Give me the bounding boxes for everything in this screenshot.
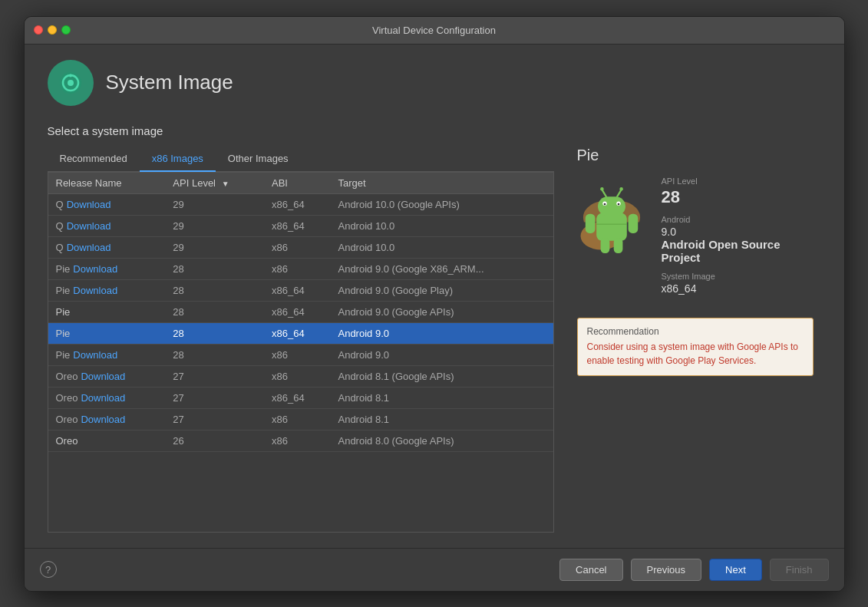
table-row[interactable]: PieDownload28x86Android 9.0 xyxy=(48,344,553,365)
download-link[interactable]: Download xyxy=(67,220,111,232)
tab-recommended[interactable]: Recommended xyxy=(48,147,140,172)
abi-cell: x86 xyxy=(264,365,330,387)
table-row[interactable]: PieDownload28x86Android 9.0 (Google X86_… xyxy=(48,258,553,279)
target-cell: Android 10.0 (Google APIs) xyxy=(330,193,553,215)
close-button[interactable] xyxy=(34,25,43,35)
tab-other[interactable]: Other Images xyxy=(216,147,301,172)
api-level-cell: 29 xyxy=(165,215,264,236)
help-button[interactable]: ? xyxy=(40,561,57,578)
svg-rect-17 xyxy=(600,238,609,253)
api-level-cell: 27 xyxy=(165,387,264,408)
svg-rect-5 xyxy=(596,213,627,240)
svg-point-10 xyxy=(617,203,619,205)
recommendation-label: Recommendation xyxy=(587,326,804,337)
svg-rect-16 xyxy=(628,213,638,233)
target-cell: Android 8.1 xyxy=(330,387,553,408)
target-cell: Android 9.0 xyxy=(330,322,553,344)
svg-rect-18 xyxy=(613,238,622,253)
target-cell: Android 9.0 xyxy=(330,344,553,365)
page-header: System Image xyxy=(48,60,821,106)
previous-button[interactable]: Previous xyxy=(631,559,702,581)
download-link[interactable]: Download xyxy=(73,285,117,296)
release-tag: Q xyxy=(56,199,64,210)
abi-cell: x86_64 xyxy=(264,279,330,301)
titlebar: Virtual Device Configuration xyxy=(25,17,844,45)
release-tag: Q xyxy=(56,220,64,232)
maximize-button[interactable] xyxy=(61,25,71,35)
abi-cell: x86 xyxy=(264,430,330,451)
detail-info: API Level 28 Android 9.0 Android Open So… xyxy=(662,176,814,302)
target-cell: Android 9.0 (Google Play) xyxy=(330,279,553,301)
abi-cell: x86 xyxy=(264,344,330,365)
target-cell: Android 10.0 xyxy=(330,215,553,236)
download-link[interactable]: Download xyxy=(67,242,111,253)
detail-api-level: API Level 28 xyxy=(662,176,814,207)
content-area: System Image Select a system image Recom… xyxy=(25,45,844,548)
cancel-button[interactable]: Cancel xyxy=(559,559,622,581)
table-header-row: Release Name API Level ▼ ABI Target xyxy=(48,173,553,194)
svg-rect-15 xyxy=(585,213,595,233)
main-window: Virtual Device Configuration System Imag… xyxy=(24,16,845,592)
sort-arrow-icon: ▼ xyxy=(222,180,229,188)
abi-cell: x86 xyxy=(264,408,330,430)
release-name: Pie xyxy=(56,306,71,318)
table-row[interactable]: QDownload29x86_64Android 10.0 xyxy=(48,215,553,236)
abi-cell: x86_64 xyxy=(264,387,330,408)
detail-system-image: System Image x86_64 xyxy=(662,272,814,295)
download-link[interactable]: Download xyxy=(67,199,111,210)
tab-x86[interactable]: x86 Images xyxy=(140,147,216,172)
release-tag: Pie xyxy=(56,285,71,296)
api-level-cell: 28 xyxy=(165,344,264,365)
system-image-table[interactable]: Release Name API Level ▼ ABI Target QDow… xyxy=(48,172,554,533)
release-name: Pie xyxy=(56,328,71,339)
release-tag: Oreo xyxy=(56,371,78,382)
download-link[interactable]: Download xyxy=(81,392,125,404)
release-name: Oreo xyxy=(56,435,78,447)
target-cell: Android 8.1 (Google APIs) xyxy=(330,365,553,387)
table-row[interactable]: Oreo26x86Android 8.0 (Google APIs) xyxy=(48,430,553,451)
finish-button[interactable]: Finish xyxy=(770,559,829,581)
detail-android-version: Android 9.0 Android Open Source Project xyxy=(662,215,814,264)
right-panel: Pie xyxy=(569,147,821,533)
abi-cell: x86 xyxy=(264,236,330,258)
download-link[interactable]: Download xyxy=(73,263,117,275)
table-row[interactable]: OreoDownload27x86_64Android 8.1 xyxy=(48,387,553,408)
release-tag: Oreo xyxy=(56,392,78,404)
tabs-container: Recommended x86 Images Other Images xyxy=(48,147,554,172)
table-row[interactable]: OreoDownload27x86Android 8.1 xyxy=(48,408,553,430)
detail-title: Pie xyxy=(577,147,814,164)
svg-point-14 xyxy=(619,187,623,191)
table-row[interactable]: OreoDownload27x86Android 8.1 (Google API… xyxy=(48,365,553,387)
download-link[interactable]: Download xyxy=(81,371,125,382)
left-panel: Recommended x86 Images Other Images Rele… xyxy=(48,147,554,533)
window-title: Virtual Device Configuration xyxy=(372,25,496,36)
svg-point-9 xyxy=(603,203,606,205)
main-area: Recommended x86 Images Other Images Rele… xyxy=(48,147,821,533)
release-tag: Q xyxy=(56,242,64,253)
api-level-cell: 29 xyxy=(165,236,264,258)
download-link[interactable]: Download xyxy=(81,414,125,425)
abi-cell: x86_64 xyxy=(264,322,330,344)
next-button[interactable]: Next xyxy=(709,559,762,581)
release-tag: Pie xyxy=(56,263,71,275)
table-row[interactable]: QDownload29x86Android 10.0 xyxy=(48,236,553,258)
api-level-cell: 28 xyxy=(165,279,264,301)
api-level-cell: 26 xyxy=(165,430,264,451)
download-link[interactable]: Download xyxy=(73,349,117,361)
android-robot-svg xyxy=(577,176,646,261)
detail-content: API Level 28 Android 9.0 Android Open So… xyxy=(577,176,814,302)
col-api-level[interactable]: API Level ▼ xyxy=(165,173,264,194)
api-level-cell: 29 xyxy=(165,193,264,215)
table-row[interactable]: Pie28x86_64Android 9.0 (Google APIs) xyxy=(48,301,553,322)
release-tag: Oreo xyxy=(56,414,78,425)
table-row[interactable]: QDownload29x86_64Android 10.0 (Google AP… xyxy=(48,193,553,215)
abi-cell: x86 xyxy=(264,258,330,279)
android-figure xyxy=(577,176,646,253)
target-cell: Android 10.0 xyxy=(330,236,553,258)
col-release-name: Release Name xyxy=(48,173,166,194)
table-row[interactable]: PieDownload28x86_64Android 9.0 (Google P… xyxy=(48,279,553,301)
table-row[interactable]: Pie28x86_64Android 9.0 xyxy=(48,322,553,344)
svg-rect-6 xyxy=(598,196,625,216)
minimize-button[interactable] xyxy=(48,25,57,35)
abi-cell: x86_64 xyxy=(264,193,330,215)
